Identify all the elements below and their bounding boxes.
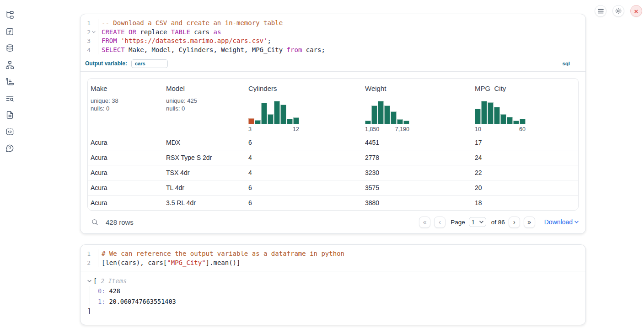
token-plain: replace xyxy=(136,28,171,36)
code-line: 1# We can reference the output variable … xyxy=(80,249,585,259)
column-name: Cylinders xyxy=(248,85,359,92)
histogram-bar xyxy=(268,114,274,124)
histogram-weight[interactable] xyxy=(365,100,409,124)
column-name: Weight xyxy=(365,85,468,92)
token-kw: TABLE xyxy=(171,28,190,36)
histogram-bar xyxy=(274,101,280,124)
histogram-axis: 1,8507,190 xyxy=(365,126,409,132)
documentation-icon[interactable] xyxy=(5,111,14,119)
token-plain: Make, Model, Cylinders, Weight, MPG_City xyxy=(125,46,287,53)
table-cell: Acura xyxy=(88,139,163,146)
output-variable-row: Output variable: sql xyxy=(80,58,585,72)
outline-search-icon[interactable] xyxy=(5,94,14,103)
table-cell: MDX xyxy=(163,139,246,146)
table-footer: 428 rows « ‹ Page 1 of 86 › » Download xyxy=(87,214,579,230)
table-cell: TL 4dr xyxy=(163,184,246,191)
histogram-bar xyxy=(371,106,377,124)
histogram-bar xyxy=(481,101,487,124)
code-line: 4SELECT Make, Model, Cylinders, Weight, … xyxy=(80,46,585,55)
next-page-button[interactable]: › xyxy=(509,217,520,228)
histogram-cylinders[interactable] xyxy=(248,100,299,124)
column-header-weight[interactable]: Weight1,8507,190 xyxy=(362,79,472,135)
table-cell: Acura xyxy=(88,184,163,191)
fold-gutter xyxy=(91,46,97,55)
output-variable-input[interactable] xyxy=(131,59,168,68)
help-icon[interactable] xyxy=(5,144,14,153)
table-cell: 3230 xyxy=(362,169,472,176)
tree-children: 0: 4281: 20.060747663551403 xyxy=(90,286,585,307)
token-comment: # We can reference the output variable a… xyxy=(102,250,344,257)
menu-button[interactable] xyxy=(595,5,606,17)
axis-max-label: 7,190 xyxy=(395,126,409,132)
page-of-label: of 86 xyxy=(491,219,505,226)
cell-output: [ 2 Items 0: 4281: 20.060747663551403 ] xyxy=(80,271,585,316)
collapse-chevron-icon[interactable] xyxy=(87,280,91,283)
prev-page-button[interactable]: ‹ xyxy=(434,217,445,228)
histogram-bar xyxy=(507,117,513,124)
search-icon[interactable] xyxy=(91,218,99,226)
table-cell: 4 xyxy=(246,154,362,161)
datasources-icon[interactable] xyxy=(5,44,14,53)
table-cell: RSX Type S 2dr xyxy=(163,154,246,161)
histogram-bar xyxy=(384,106,390,124)
shutdown-button[interactable]: × xyxy=(630,5,642,17)
functions-icon[interactable] xyxy=(5,27,14,36)
table-cell: Acura xyxy=(88,169,163,176)
fold-gutter xyxy=(91,37,97,46)
column-header-make[interactable]: Makeunique: 38nulls: 0 xyxy=(88,79,163,135)
pagination: « ‹ Page 1 of 86 › » Download xyxy=(419,217,579,228)
page-label: Page xyxy=(451,219,465,226)
tree-root[interactable]: [ 2 Items xyxy=(87,277,585,285)
column-header-cylinders[interactable]: Cylinders312 xyxy=(246,79,362,135)
code-content: # We can reference the output variable a… xyxy=(98,249,344,259)
settings-button[interactable] xyxy=(612,5,624,17)
code-editor[interactable]: 1-- Download a CSV and create an in-memo… xyxy=(80,14,585,54)
code-editor[interactable]: 1# We can reference the output variable … xyxy=(80,245,585,267)
column-header-model[interactable]: Modelunique: 425nulls: 0 xyxy=(163,79,246,135)
histogram-axis: 1060 xyxy=(475,126,526,132)
histogram-bar xyxy=(520,119,526,124)
page-select-value: 1 xyxy=(472,219,475,226)
table-cell: Acura xyxy=(88,154,163,161)
table-cell: TSX 4dr xyxy=(163,169,246,176)
table-cell: 20 xyxy=(472,184,578,191)
first-page-button[interactable]: « xyxy=(419,217,430,228)
histogram-mpg_city[interactable] xyxy=(475,100,526,124)
token-plain: ; xyxy=(267,37,271,44)
table-row[interactable]: Acura3.5 RL 4dr6388018 xyxy=(88,195,578,210)
table-row[interactable]: AcuraTSX 4dr4323022 xyxy=(88,165,578,180)
line-number: 2 xyxy=(80,28,91,37)
column-header-mpg_city[interactable]: MPG_City1060 xyxy=(472,79,578,135)
histogram-bar xyxy=(280,105,286,124)
open-bracket: [ xyxy=(93,277,97,285)
last-page-button[interactable]: » xyxy=(524,217,535,228)
table-cell: 4451 xyxy=(362,139,472,146)
line-number: 1 xyxy=(80,19,91,28)
table-cell: 4 xyxy=(246,169,362,176)
snippets-icon[interactable] xyxy=(5,127,14,136)
file-tree-icon[interactable] xyxy=(5,11,14,19)
code-content: CREATE OR replace TABLE cars as xyxy=(98,28,221,37)
token-str: 'https://datasets.marimo.app/cars.csv' xyxy=(121,37,267,44)
column-name: MPG_City xyxy=(475,85,574,92)
axis-min-label: 3 xyxy=(248,126,252,132)
fold-gutter xyxy=(91,259,97,268)
dependency-graph-icon[interactable] xyxy=(5,61,14,69)
table-cell: 3.5 RL 4dr xyxy=(163,199,246,206)
line-number: 4 xyxy=(80,46,91,55)
token-plain xyxy=(125,28,129,36)
table-row[interactable]: AcuraTL 4dr6357520 xyxy=(88,180,578,195)
table-row[interactable]: AcuraRSX Type S 2dr4277824 xyxy=(88,150,578,165)
fold-chevron-icon[interactable] xyxy=(91,28,97,37)
download-button[interactable]: Download xyxy=(544,218,579,226)
language-badge: sql xyxy=(562,61,570,66)
table-row[interactable]: AcuraMDX6445117 xyxy=(88,135,578,150)
token-comment: -- Download a CSV and create an in-memor… xyxy=(102,19,283,26)
token-plain: [len(cars), cars[ xyxy=(102,259,167,266)
page-select[interactable]: 1 xyxy=(469,217,486,227)
token-plain: cars; xyxy=(302,46,325,53)
table-cell: 18 xyxy=(472,199,578,206)
logs-icon[interactable] xyxy=(5,77,14,86)
sidebar xyxy=(0,0,19,333)
histogram-bar xyxy=(403,121,409,124)
